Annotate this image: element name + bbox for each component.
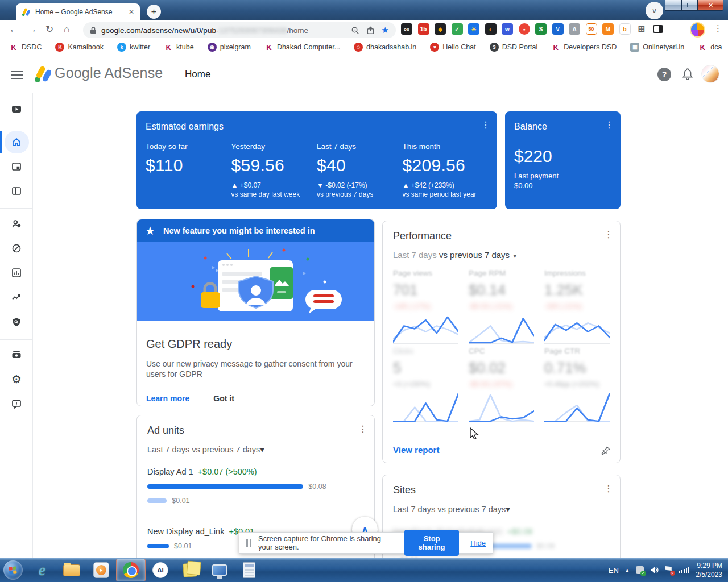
tab-close-icon[interactable]: ✕ <box>129 8 134 16</box>
hide-link[interactable]: Hide <box>470 539 486 547</box>
taskbar-media-player[interactable]: ▸ <box>86 559 116 581</box>
sidebar-item-settings[interactable]: ⚙ <box>0 368 33 390</box>
sidebar-item-account[interactable] <box>0 213 33 235</box>
extension-icon[interactable]: 1b <box>418 23 429 35</box>
performance-date-filter[interactable]: Last 7 days vs previous 7 days▾ <box>393 250 610 260</box>
taskbar-calculator[interactable] <box>234 559 264 581</box>
taskbar-ai-app[interactable]: AI <box>146 559 175 581</box>
start-button[interactable] <box>3 560 23 580</box>
new-tab-button[interactable]: + <box>147 5 161 19</box>
tab-search-button[interactable]: ∨ <box>646 2 663 19</box>
browser-tab[interactable]: Home – Google AdSense ✕ <box>16 3 140 20</box>
sidebar-item-reports[interactable] <box>0 261 33 284</box>
sites-menu-icon[interactable]: ⋮ <box>604 483 613 494</box>
menu-hamburger-icon[interactable] <box>11 69 23 81</box>
sites-date-filter[interactable]: Last 7 days vs previous 7 days▾ <box>393 504 610 514</box>
usb-tray-icon[interactable] <box>636 566 644 574</box>
volume-icon[interactable] <box>650 566 659 574</box>
extensions-puzzle-icon[interactable]: ⊞ <box>636 23 647 35</box>
stop-sharing-button[interactable]: Stop sharing <box>404 530 459 556</box>
product-wordmark: Google AdSense <box>55 65 163 81</box>
browser-profile-avatar[interactable] <box>690 22 705 38</box>
performance-menu-icon[interactable]: ⋮ <box>604 229 613 240</box>
bookmark-item[interactable]: kkwitter <box>117 43 150 52</box>
network-signal-icon[interactable] <box>679 567 690 573</box>
sidebar-item-ads[interactable] <box>0 155 33 178</box>
sidebar-item-video[interactable] <box>0 98 33 120</box>
bookmark-item[interactable]: ▦Onlinetyari.in <box>630 43 684 52</box>
extension-icon[interactable]: ◆ <box>435 23 446 35</box>
bookmark-favicon: S <box>490 43 499 52</box>
zoom-icon[interactable] <box>351 26 359 35</box>
taskbar-internet-explorer[interactable]: e <box>27 559 57 581</box>
close-window-button[interactable]: ✕ <box>698 0 723 11</box>
extension-icon[interactable]: ● <box>519 23 530 35</box>
sidebar-item-optimization[interactable] <box>0 286 33 309</box>
feedback-icon <box>11 398 22 410</box>
bookmark-star-icon[interactable]: ★ <box>382 25 389 35</box>
sidebar-item-sites[interactable] <box>0 180 33 202</box>
maximize-button[interactable] <box>681 0 698 11</box>
address-bar[interactable]: google.com/adsense/new/u/0/pub-137529306… <box>83 22 396 38</box>
extension-icon[interactable]: w <box>502 23 513 35</box>
extension-icon[interactable]: ◐ <box>485 23 497 35</box>
extension-icon[interactable]: b <box>619 23 631 35</box>
screen-capture-banner: Screen capture for Chrome is sharing you… <box>239 532 493 554</box>
bookmark-item[interactable]: ◉pixelgram <box>208 43 251 52</box>
gdpr-description: Use our new privacy message to gather co… <box>146 359 359 379</box>
reload-button[interactable]: ↻ <box>46 23 53 36</box>
sparkline <box>469 391 534 422</box>
bookmark-favicon: ◉ <box>208 43 217 52</box>
back-button[interactable]: ← <box>9 23 19 36</box>
help-icon[interactable]: ? <box>657 68 671 81</box>
sidebar-item-feedback[interactable] <box>0 393 33 415</box>
tray-clock[interactable]: 9:29 PM 2/5/2023 <box>696 561 722 579</box>
home-button[interactable]: ⌂ <box>64 23 69 36</box>
sidebar-item-blocking-controls[interactable] <box>0 237 33 260</box>
bookmark-item[interactable]: KDhakad Computer... <box>264 43 340 52</box>
language-indicator[interactable]: EN <box>609 566 619 575</box>
extension-icon[interactable]: ✓ <box>452 23 463 35</box>
got-it-button[interactable]: Got it <box>213 394 234 403</box>
learn-more-link[interactable]: Learn more <box>146 394 189 403</box>
browser-menu-icon[interactable]: ⋮ <box>714 23 722 34</box>
extension-icon[interactable]: S <box>535 23 547 35</box>
account-avatar[interactable] <box>701 65 719 83</box>
sidebar-item-home[interactable] <box>0 131 33 153</box>
extension-icon[interactable]: ☀ <box>468 23 479 35</box>
balance-menu-icon[interactable]: ⋮ <box>605 119 614 130</box>
bookmark-item[interactable]: KDSDC <box>9 43 42 52</box>
ad-units-date-filter[interactable]: Last 7 days vs previous 7 days▾ <box>147 444 364 455</box>
bookmark-item[interactable]: Kdca <box>698 43 722 52</box>
metric-page-views: Page views 701 -145 (-17%) <box>393 269 458 347</box>
extension-icon[interactable]: M <box>602 23 614 35</box>
earnings-menu-icon[interactable]: ⋮ <box>481 119 490 130</box>
extension-icon[interactable]: 50 <box>586 23 597 35</box>
extension-icon[interactable]: A <box>569 23 580 35</box>
side-panel-icon[interactable] <box>653 25 663 33</box>
forward-button[interactable]: → <box>27 23 37 36</box>
sidebar-item-payments[interactable] <box>0 343 33 366</box>
bookmark-item[interactable]: ☺dhakadsahab.in <box>354 43 416 52</box>
metric-page-ctr: Page CTR 0.71% +0.48pp (+202%) <box>544 347 610 425</box>
tray-expand-icon[interactable]: ▲ <box>625 568 630 573</box>
bookmark-item[interactable]: KKamalbook <box>55 43 104 52</box>
share-icon[interactable] <box>366 26 375 35</box>
bookmark-item[interactable]: SDSD Portal <box>490 43 538 52</box>
action-center-flag-icon[interactable] <box>665 566 673 574</box>
pin-icon[interactable] <box>601 446 611 456</box>
taskbar-sticky-notes[interactable] <box>175 559 205 581</box>
taskbar-remote-desktop[interactable] <box>205 559 234 581</box>
view-report-link[interactable]: View report <box>393 445 439 455</box>
taskbar-file-explorer[interactable] <box>57 559 86 581</box>
extension-icon[interactable]: oo <box>401 23 412 35</box>
bookmark-item[interactable]: KDevelopers DSD <box>551 43 617 52</box>
bookmark-item[interactable]: Kktube <box>164 43 194 52</box>
sidebar-item-policy-center[interactable] <box>0 311 33 334</box>
minimize-button[interactable]: – <box>665 0 681 11</box>
extension-icon[interactable]: V <box>552 23 564 35</box>
taskbar-chrome[interactable] <box>116 559 146 581</box>
bookmark-item[interactable]: ♥Hello Chat <box>430 43 475 52</box>
notifications-bell-icon[interactable] <box>681 67 694 81</box>
ad-units-menu-icon[interactable]: ⋮ <box>358 423 367 434</box>
